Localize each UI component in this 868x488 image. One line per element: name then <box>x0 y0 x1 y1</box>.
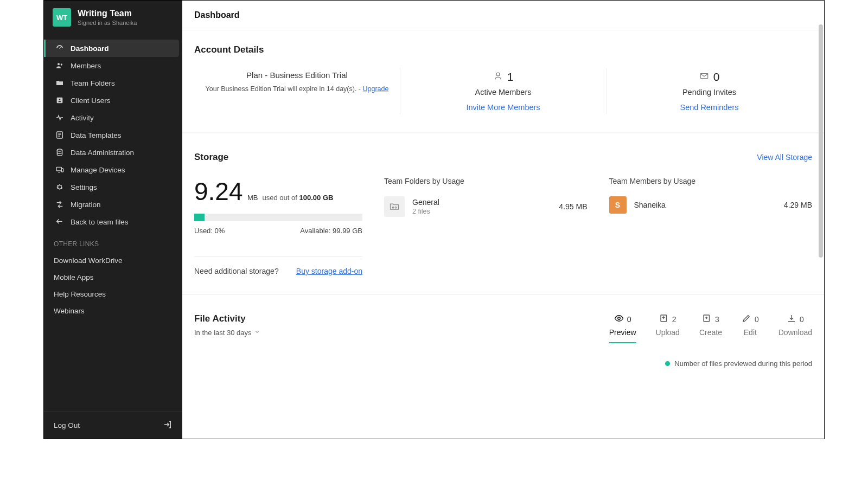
sidebar-item-label: Activity <box>71 114 94 122</box>
member-usage-row[interactable]: S Shaneika 4.29 MB <box>609 196 813 214</box>
dashboard-icon <box>55 44 64 53</box>
tab-preview[interactable]: 0 Preview <box>609 313 636 343</box>
storage-bar <box>194 214 362 221</box>
account-heading: Account Details <box>194 44 812 55</box>
tab-upload[interactable]: 2 Upload <box>656 313 680 343</box>
sidebar-item-label: Team Folders <box>71 79 115 87</box>
pending-invites-label: Pending Invites <box>612 88 807 97</box>
svg-rect-9 <box>700 74 708 79</box>
data-admin-icon <box>55 148 64 157</box>
svg-rect-6 <box>56 168 61 171</box>
plan-expire-text: Your Business Edition Trial will expire … <box>200 85 394 93</box>
tab-count: 2 <box>672 315 676 324</box>
section-divider <box>182 132 824 133</box>
sidebar-item-members[interactable]: Members <box>44 57 182 74</box>
sidebar-item-label: Settings <box>71 183 97 191</box>
members-usage-column: Team Members by Usage S Shaneika 4.29 MB <box>609 177 813 275</box>
signed-in-label: Signed in as Shaneika <box>78 20 137 27</box>
active-members-count: 1 <box>507 70 514 84</box>
members-usage-title: Team Members by Usage <box>609 177 813 185</box>
sidebar-item-label: Manage Devices <box>71 166 125 174</box>
tab-label: Create <box>699 328 722 337</box>
section-divider <box>182 294 824 295</box>
sidebar-item-label: Members <box>71 62 101 70</box>
devices-icon <box>55 165 64 174</box>
team-folders-icon <box>55 79 64 87</box>
active-members-label: Active Members <box>406 88 601 97</box>
sidebar-item-manage-devices[interactable]: Manage Devices <box>44 161 182 178</box>
back-icon <box>55 217 64 226</box>
other-link-webinars[interactable]: Webinars <box>44 303 182 319</box>
tab-label: Upload <box>656 328 680 337</box>
invite-members-link[interactable]: Invite More Members <box>466 103 540 112</box>
sidebar-item-label: Data Templates <box>71 131 122 139</box>
svg-point-5 <box>57 149 62 151</box>
user-icon <box>493 70 503 84</box>
sidebar-item-dashboard[interactable]: Dashboard <box>44 40 179 57</box>
tab-count: 0 <box>755 315 759 324</box>
tab-count: 0 <box>800 315 804 324</box>
sidebar-item-activity[interactable]: Activity <box>44 109 182 126</box>
sidebar: WT Writing Team Signed in as Shaneika Da… <box>44 1 182 439</box>
chevron-down-icon <box>254 329 260 337</box>
member-avatar: S <box>609 196 627 214</box>
tab-download[interactable]: 0 Download <box>778 313 812 343</box>
svg-rect-7 <box>61 169 63 172</box>
storage-used-label: Used: 0% <box>194 227 225 235</box>
plan-column: Plan - Business Edition Trial Your Busin… <box>194 68 400 114</box>
envelope-icon <box>699 70 709 84</box>
logout-button[interactable]: Log Out <box>44 412 182 439</box>
svg-point-3 <box>59 99 61 101</box>
other-link-mobile[interactable]: Mobile Apps <box>44 269 182 286</box>
sidebar-item-label: Client Users <box>71 97 111 105</box>
other-link-download[interactable]: Download WorkDrive <box>44 252 182 269</box>
pending-invites-count: 0 <box>713 70 720 84</box>
sidebar-item-settings[interactable]: Settings <box>44 178 182 196</box>
team-avatar: WT <box>53 8 71 27</box>
sidebar-item-migration[interactable]: Migration <box>44 196 182 213</box>
view-all-storage-link[interactable]: View All Storage <box>757 153 812 162</box>
other-links-heading: OTHER LINKS <box>44 230 182 252</box>
activity-legend: Number of files previewed during this pe… <box>194 359 812 368</box>
edit-icon <box>742 313 751 325</box>
period-selector[interactable]: In the last 30 days <box>194 329 260 337</box>
tab-edit[interactable]: 0 Edit <box>742 313 759 343</box>
svg-point-12 <box>617 317 620 320</box>
sidebar-item-client-users[interactable]: Client Users <box>44 92 182 109</box>
svg-point-11 <box>395 207 397 208</box>
tab-count: 0 <box>627 315 631 324</box>
active-members-column: 1 Active Members Invite More Members <box>400 68 606 114</box>
download-icon <box>787 313 796 325</box>
activity-tabs: 0 Preview 2 Upload 3 <box>609 313 812 343</box>
legend-text: Number of files previewed during this pe… <box>674 359 812 368</box>
activity-icon <box>55 113 64 122</box>
legend-dot-icon <box>665 361 670 366</box>
folder-usage-row[interactable]: General 2 files 4.95 MB <box>384 196 588 217</box>
account-row: Plan - Business Edition Trial Your Busin… <box>194 68 812 114</box>
eye-icon <box>614 313 624 325</box>
brand-block: WT Writing Team Signed in as Shaneika <box>44 1 182 34</box>
svg-point-8 <box>496 73 500 76</box>
logout-label: Log Out <box>54 421 80 429</box>
page-title: Dashboard <box>194 10 812 20</box>
scrollbar[interactable] <box>819 24 823 258</box>
sidebar-item-back[interactable]: Back to team files <box>44 213 182 230</box>
sidebar-item-team-folders[interactable]: Team Folders <box>44 74 182 92</box>
tab-count: 3 <box>715 315 719 324</box>
other-link-help[interactable]: Help Resources <box>44 286 182 303</box>
tab-create[interactable]: 3 Create <box>699 313 722 343</box>
storage-used-number: 9.24 <box>194 177 243 206</box>
sidebar-item-label: Back to team files <box>71 218 129 226</box>
buy-storage-link[interactable]: Buy storage add-on <box>296 267 362 275</box>
upgrade-link[interactable]: Upgrade <box>363 85 389 93</box>
gear-icon <box>55 183 64 191</box>
send-reminders-link[interactable]: Send Reminders <box>680 103 739 112</box>
storage-available-label: Available: 99.99 GB <box>300 227 362 235</box>
sidebar-item-data-admin[interactable]: Data Administration <box>44 144 182 161</box>
sidebar-item-label: Dashboard <box>71 44 109 53</box>
period-label: In the last 30 days <box>194 329 252 337</box>
storage-heading: Storage <box>194 152 228 163</box>
folders-usage-title: Team Folders by Usage <box>384 177 588 185</box>
migration-icon <box>55 200 64 209</box>
sidebar-item-data-templates[interactable]: Data Templates <box>44 126 182 144</box>
